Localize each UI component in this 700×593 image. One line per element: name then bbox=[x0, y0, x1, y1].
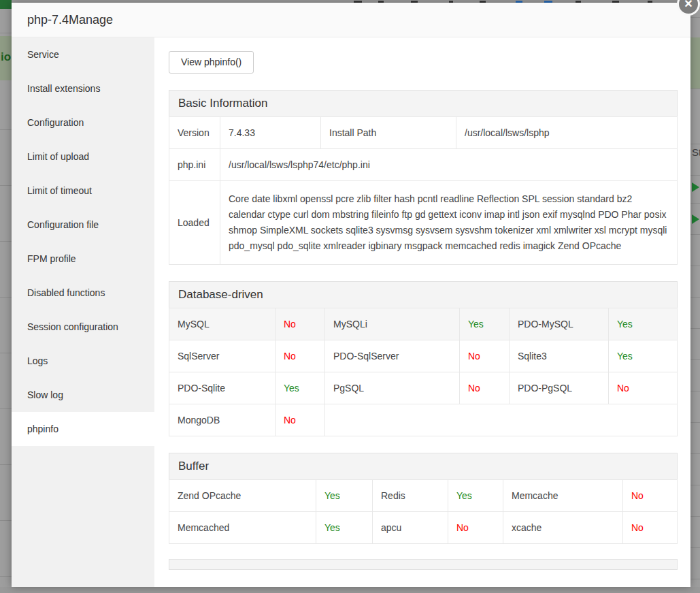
loaded-modules-value: Core date libxml openssl pcre zlib filte… bbox=[220, 181, 678, 265]
extension-name: Memcache bbox=[503, 480, 623, 512]
database-driven-section: Database-driven MySQL No MySQLi Yes PDO-… bbox=[169, 281, 678, 436]
table-row: Memcached Yes apcu No xcache No bbox=[169, 512, 678, 544]
extension-name: MySQL bbox=[169, 308, 276, 340]
extension-name: xcache bbox=[503, 512, 623, 544]
table-row: MySQL No MySQLi Yes PDO-MySQL Yes bbox=[169, 308, 678, 340]
basic-information-section: Basic Information Version 7.4.33 Install… bbox=[169, 90, 678, 265]
install-path-value: /usr/local/lsws/lsphp bbox=[456, 117, 678, 149]
sidebar-item-limit-of-upload[interactable]: Limit of upload bbox=[12, 140, 154, 174]
extension-name: Memcached bbox=[169, 512, 316, 544]
extension-name: PDO-MySQL bbox=[510, 308, 609, 340]
sidebar-item-disabled-functions[interactable]: Disabled functions bbox=[12, 276, 154, 310]
next-section-clipped-bar bbox=[169, 559, 678, 570]
extension-status: No bbox=[623, 480, 678, 512]
loaded-label: Loaded bbox=[169, 181, 220, 265]
sidebar: Service Install extensions Configuration… bbox=[12, 37, 154, 587]
sidebar-item-fpm-profile[interactable]: FPM profile bbox=[12, 242, 154, 276]
php-manage-modal: php-7.4Manage Service Install extensions… bbox=[12, 3, 690, 587]
install-path-label: Install Path bbox=[321, 117, 456, 149]
extension-status: Yes bbox=[448, 480, 503, 512]
view-phpinfo-button[interactable]: View phpinfo() bbox=[169, 51, 254, 74]
play-icon bbox=[692, 214, 699, 224]
buffer-table: Zend OPcache Yes Redis Yes Memcache No M… bbox=[169, 479, 678, 544]
modal-title: php-7.4Manage bbox=[27, 3, 113, 37]
database-driven-title: Database-driven bbox=[169, 281, 678, 308]
version-value: 7.4.33 bbox=[220, 117, 321, 149]
table-row: MongoDB No bbox=[169, 404, 678, 436]
sidebar-item-service[interactable]: Service bbox=[12, 37, 154, 71]
extension-status: No bbox=[276, 404, 325, 436]
screenshot-canvas: io St ✕ bbox=[0, 0, 700, 593]
background-right-fragment: St bbox=[690, 0, 700, 593]
extension-name: PDO-Sqlite bbox=[169, 372, 276, 404]
extension-name: PgSQL bbox=[325, 372, 460, 404]
table-row: PDO-Sqlite Yes PgSQL No PDO-PgSQL No bbox=[169, 372, 678, 404]
table-row: SqlServer No PDO-SqlServer No Sqlite3 Ye… bbox=[169, 340, 678, 372]
extension-status: Yes bbox=[609, 340, 678, 372]
table-row: php.ini /usr/local/lsws/lsphp74/etc/php.… bbox=[169, 149, 678, 181]
background-green-header-bar bbox=[0, 0, 12, 9]
sidebar-item-logs[interactable]: Logs bbox=[12, 344, 154, 378]
modal-header: php-7.4Manage bbox=[12, 3, 690, 37]
extension-status: No bbox=[609, 372, 678, 404]
buffer-title: Buffer bbox=[169, 453, 678, 480]
table-row: Zend OPcache Yes Redis Yes Memcache No bbox=[169, 480, 678, 512]
extension-name: PDO-SqlServer bbox=[325, 340, 460, 372]
sidebar-item-phpinfo[interactable]: phpinfo bbox=[12, 412, 154, 446]
sidebar-item-slow-log[interactable]: Slow log bbox=[12, 378, 154, 412]
background-green-notice-band-right bbox=[690, 37, 700, 89]
extension-status: No bbox=[276, 308, 325, 340]
background-clipped-text-right: St bbox=[692, 146, 700, 158]
phpini-label: php.ini bbox=[169, 149, 220, 181]
phpinfo-panel: View phpinfo() Basic Information Version… bbox=[154, 37, 690, 587]
extension-status: No bbox=[448, 512, 503, 544]
extension-name: Zend OPcache bbox=[169, 480, 316, 512]
background-bottom-strip bbox=[0, 587, 700, 593]
database-driven-table: MySQL No MySQLi Yes PDO-MySQL Yes SqlSer… bbox=[169, 308, 678, 436]
sidebar-item-limit-of-timeout[interactable]: Limit of timeout bbox=[12, 174, 154, 208]
extension-status: Yes bbox=[276, 372, 325, 404]
extension-name: SqlServer bbox=[169, 340, 276, 372]
extension-status: No bbox=[460, 340, 510, 372]
extension-name: PDO-PgSQL bbox=[510, 372, 609, 404]
version-label: Version bbox=[169, 117, 220, 149]
empty-cell bbox=[325, 404, 678, 436]
close-icon: ✕ bbox=[684, 0, 693, 10]
extension-name: Sqlite3 bbox=[510, 340, 609, 372]
extension-name: apcu bbox=[373, 512, 448, 544]
extension-status: Yes bbox=[316, 512, 373, 544]
extension-name: MySQLi bbox=[325, 308, 460, 340]
table-row: Version 7.4.33 Install Path /usr/local/l… bbox=[169, 117, 678, 149]
extension-status: No bbox=[460, 372, 510, 404]
basic-information-title: Basic Information bbox=[169, 90, 678, 117]
extension-status: No bbox=[276, 340, 325, 372]
extension-name: MongoDB bbox=[169, 404, 276, 436]
extension-status: No bbox=[623, 512, 678, 544]
background-clipped-text-left: io bbox=[1, 50, 11, 64]
play-icon bbox=[692, 182, 699, 192]
phpini-value: /usr/local/lsws/lsphp74/etc/php.ini bbox=[220, 149, 678, 181]
sidebar-item-install-extensions[interactable]: Install extensions bbox=[12, 71, 154, 106]
extension-status: Yes bbox=[609, 308, 678, 340]
background-left-fragment: io bbox=[0, 0, 12, 593]
buffer-section: Buffer Zend OPcache Yes Redis Yes Memcac… bbox=[169, 453, 678, 544]
basic-information-table: Version 7.4.33 Install Path /usr/local/l… bbox=[169, 116, 678, 265]
extension-name: Redis bbox=[373, 480, 448, 512]
extension-status: Yes bbox=[460, 308, 510, 340]
sidebar-item-configuration-file[interactable]: Configuration file bbox=[12, 208, 154, 242]
sidebar-item-session-configuration[interactable]: Session configuration bbox=[12, 310, 154, 344]
sidebar-item-configuration[interactable]: Configuration bbox=[12, 106, 154, 140]
extension-status: Yes bbox=[316, 480, 373, 512]
table-row: Loaded Core date libxml openssl pcre zli… bbox=[169, 181, 678, 265]
